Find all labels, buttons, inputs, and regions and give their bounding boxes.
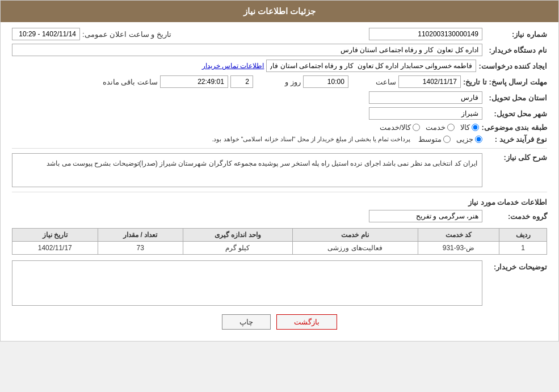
description-box: ایران کد انتخابی مد نظر نمی باشد اجرای ن… [12,153,482,187]
category-label: طبقه بندی موضوعی: [481,123,547,132]
process-mutavasset[interactable]: متوسط [418,135,451,144]
description-label: شرح کلی نیاز: [485,153,547,162]
deadline-time-input [303,75,348,88]
purchaser-label: نام دستگاه خریدار: [485,46,547,54]
announce-input [12,28,80,40]
buttons-row: بازگشت چاپ [12,314,547,330]
process-jozi[interactable]: جزیی [456,135,482,144]
service-group-input [369,210,482,222]
creator-label: ایجاد کننده درخواست: [478,62,547,70]
request-number-label: شماره نیاز: [485,30,547,39]
city-input [369,107,482,120]
category-kala[interactable]: کالا [460,123,479,132]
table-row: 1ض-93-931فعالیت‌های ورزشیکیلو گرم731402/… [12,242,547,255]
process-note: پرداخت تمام یا بخشی از مبلغ خریدار از مح… [212,136,410,143]
city-label: شهر محل تحویل: [485,109,547,118]
deadline-date-input [398,75,461,88]
print-button[interactable]: چاپ [222,314,271,330]
service-group-label: گروه خدمت: [485,212,547,221]
services-table-section: ردیف کد خدمت نام خدمت واحد اندازه گیری ت… [12,228,547,255]
deadline-remaining-label: ساعت باقی مانده [103,78,158,86]
deadline-remaining-input [160,75,228,88]
col-quantity: تعداد / مقدار [98,229,183,242]
buyer-comment-label: توضیحات خریدار: [485,260,547,271]
process-label: نوع فرآیند خرید : [485,135,547,144]
deadline-label: مهلت ارسال پاسخ: تا تاریخ: [463,78,547,86]
category-khedmat[interactable]: خدمت [426,123,455,132]
col-date: تاریخ نیاز [12,229,98,242]
services-table: ردیف کد خدمت نام خدمت واحد اندازه گیری ت… [12,228,547,255]
purchaser-input [12,44,482,56]
creator-input [266,60,476,72]
col-service-name: نام خدمت [292,229,418,242]
request-number-input [369,28,482,40]
announce-label: تاریخ و ساعت اعلان عمومی: [82,30,171,39]
back-button[interactable]: بازگشت [276,314,337,330]
col-service-code: کد خدمت [418,229,499,242]
col-unit: واحد اندازه گیری [183,229,292,242]
page-title: جزئیات اطلاعات نیاز [1,1,558,22]
services-title: اطلاعات خدمات مورد نیاز [12,198,547,206]
deadline-days-label: روز و [255,78,301,86]
deadline-time-label: ساعت [351,78,396,86]
col-row-num: ردیف [499,229,547,242]
creator-contact-link[interactable]: اطلاعات تماس خریدار [202,62,264,70]
category-radio-group: کالا خدمت کالا/خدمت [380,123,480,132]
process-radio-group: جزیی متوسط [418,135,482,144]
province-label: استان محل تحویل: [485,94,547,102]
province-input [369,91,482,104]
deadline-days-input [230,75,253,88]
buyer-comment-textarea[interactable] [12,260,482,306]
category-kala-khedmat[interactable]: کالا/خدمت [380,123,421,132]
